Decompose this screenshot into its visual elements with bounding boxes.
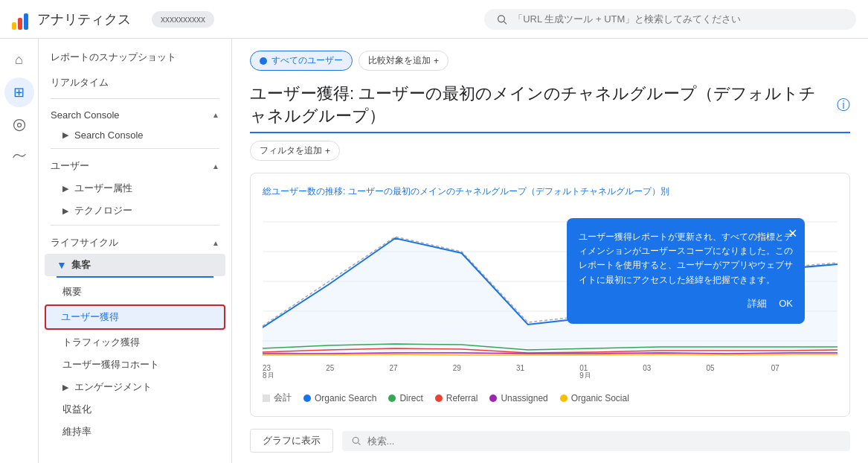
nav-overview[interactable]: 概要	[39, 281, 231, 303]
nav-user-acquisition[interactable]: ユーザー獲得	[45, 304, 225, 330]
nav-divider-2	[51, 148, 219, 149]
bottom-row: グラフに表示	[250, 429, 850, 453]
legend-dot-referral	[435, 395, 443, 402]
table-search-icon	[351, 435, 361, 446]
nav-divider-1	[51, 98, 219, 99]
chevron-up-icon-3: ▲	[212, 239, 219, 247]
svg-text:05: 05	[707, 364, 715, 372]
legend-item-organic-social[interactable]: Organic Social	[560, 393, 629, 403]
svg-text:25: 25	[326, 364, 334, 372]
nav-reports[interactable]: ⊞	[4, 77, 34, 107]
svg-line-1	[504, 22, 507, 24]
chart-legend: 会計 Organic Search Direct Referral Unassi…	[263, 392, 838, 404]
nav-explore[interactable]	[4, 110, 34, 140]
all-users-segment[interactable]: すべてのユーザー	[250, 51, 353, 71]
legend-label-unassigned: Unassigned	[501, 393, 547, 403]
search-icon	[496, 13, 507, 25]
nav-user-attributes[interactable]: ▶ ユーザー属性	[39, 177, 231, 199]
svg-text:9月: 9月	[579, 371, 591, 378]
nav-search-console-child[interactable]: ▶ Search Console	[39, 125, 231, 145]
nav-technology[interactable]: ▶ テクノロジー	[39, 199, 231, 222]
global-search-bar[interactable]	[484, 9, 856, 30]
topbar: アナリティクス xxxxxxxxxx	[0, 0, 868, 39]
nav-divider-3	[51, 225, 219, 226]
svg-text:29: 29	[453, 364, 461, 372]
tooltip-ok-button[interactable]: OK	[779, 296, 793, 312]
chevron-up-icon-2: ▲	[212, 162, 219, 170]
svg-point-3	[17, 124, 21, 127]
legend-label-total: 会計	[274, 392, 292, 404]
nav-advertising[interactable]	[4, 143, 34, 173]
tooltip-detail-button[interactable]: 詳細	[748, 296, 767, 312]
svg-point-2	[13, 120, 25, 131]
tooltip-close-button[interactable]: ✕	[788, 224, 797, 243]
svg-text:03: 03	[643, 364, 651, 372]
svg-line-21	[359, 443, 361, 445]
svg-text:31: 31	[516, 364, 524, 372]
tooltip-message: ユーザー獲得レポートが更新され、すべての指標とディメンションがユーザースコープに…	[579, 230, 793, 287]
info-icon: ⓘ	[837, 96, 850, 114]
nav-engagement[interactable]: ▶ エンゲージメント	[39, 376, 231, 398]
filter-add-button[interactable]: フィルタを追加 +	[250, 141, 340, 161]
svg-text:07: 07	[771, 364, 779, 372]
svg-text:27: 27	[389, 364, 397, 372]
app-title: アナリティクス	[37, 10, 131, 28]
filter-add-row: フィルタを追加 +	[250, 141, 850, 161]
svg-point-20	[353, 437, 359, 443]
segment-row: すべてのユーザー 比較対象を追加 +	[250, 51, 850, 71]
legend-item-direct[interactable]: Direct	[388, 393, 422, 403]
legend-square-total	[263, 395, 270, 402]
add-compare-button[interactable]: 比較対象を追加 +	[359, 51, 449, 71]
active-underline	[57, 276, 213, 278]
nav-search-console-section[interactable]: Search Console ▲	[39, 102, 231, 125]
legend-label-referral: Referral	[446, 393, 478, 403]
legend-dot-organic-social	[560, 395, 568, 402]
nav-retention[interactable]: 維持率	[39, 421, 231, 443]
search-input[interactable]	[513, 13, 844, 25]
legend-dot-organic-search	[303, 395, 311, 402]
expand-arrow-icon: ▶	[62, 130, 68, 140]
tooltip-actions: 詳細 OK	[579, 296, 793, 312]
tooltip-popup: ✕ ユーザー獲得レポートが更新され、すべての指標とディメンションがユーザースコー…	[567, 218, 805, 324]
legend-item-organic-search[interactable]: Organic Search	[303, 393, 376, 403]
nav-traffic-acquisition[interactable]: トラフィック獲得	[39, 331, 231, 354]
nav-home[interactable]: ⌂	[4, 45, 34, 74]
plus-icon-filter: +	[325, 146, 330, 156]
legend-item-referral[interactable]: Referral	[435, 393, 478, 403]
nav-monetization[interactable]: 収益化	[39, 398, 231, 421]
table-search-input[interactable]	[367, 435, 841, 447]
nav-user-section[interactable]: ユーザー ▲	[39, 152, 231, 177]
page-title: ユーザー獲得: ユーザーの最初のメインのチャネルグループ（デフォルトチャネルグル…	[250, 83, 850, 133]
svg-point-0	[498, 15, 505, 22]
icon-sidebar: ⌂ ⊞	[0, 39, 39, 463]
main-layout: ⌂ ⊞ レポートのスナップショット リアルタイム Search Console …	[0, 39, 868, 463]
svg-text:8月: 8月	[263, 371, 274, 378]
legend-label-organic-social: Organic Social	[571, 393, 629, 403]
account-selector[interactable]: xxxxxxxxxx	[152, 11, 214, 28]
nav-acquisition-group[interactable]: ▼ 集客	[45, 254, 225, 276]
content-area: すべてのユーザー 比較対象を追加 + ユーザー獲得: ユーザーの最初のメインのチ…	[232, 39, 868, 463]
legend-item-unassigned[interactable]: Unassigned	[489, 393, 547, 403]
nav-lifecycle-section[interactable]: ライフサイクル ▲	[39, 229, 231, 254]
legend-label-direct: Direct	[399, 393, 422, 403]
logo-icon	[12, 9, 28, 30]
chart-title: 総ユーザー数の推移: ユーザーの最初のメインのチャネルグループ（デフォルトチャネ…	[263, 185, 838, 198]
nav-sidebar: レポートのスナップショット リアルタイム Search Console ▲ ▶ …	[39, 39, 232, 463]
legend-label-organic-search: Organic Search	[315, 393, 376, 403]
nav-user-acquisition-cohort[interactable]: ユーザー獲得コホート	[39, 354, 231, 376]
table-search-row[interactable]	[342, 431, 850, 451]
chart-container: 総ユーザー数の推移: ユーザーの最初のメインのチャネルグループ（デフォルトチャネ…	[250, 173, 850, 417]
segment-dot	[260, 57, 267, 65]
legend-item-total[interactable]: 会計	[263, 392, 292, 404]
nav-realtime[interactable]: リアルタイム	[39, 70, 231, 95]
legend-dot-unassigned	[489, 395, 497, 402]
legend-dot-direct	[388, 395, 396, 402]
plus-icon: +	[434, 56, 439, 66]
chevron-up-icon: ▲	[212, 111, 219, 119]
chart-toggle-button[interactable]: グラフに表示	[250, 429, 333, 453]
nav-snapshot[interactable]: レポートのスナップショット	[39, 45, 231, 70]
acquisition-arrow-icon: ▼	[57, 259, 67, 271]
